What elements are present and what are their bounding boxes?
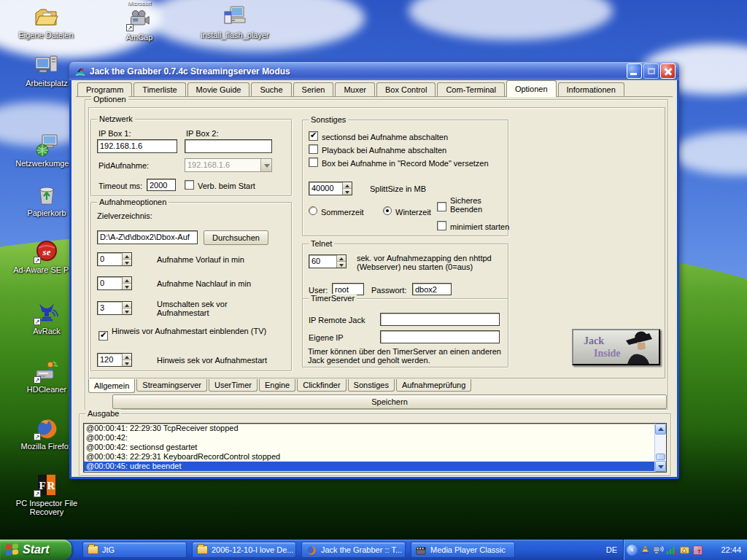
pidaufnahme-label: PidAufnahme:: [98, 161, 149, 170]
dropdown-arrow-icon[interactable]: [260, 159, 271, 171]
spin-up-icon[interactable]: [123, 277, 131, 284]
tab-serien[interactable]: Serien: [293, 82, 334, 97]
record-mode-checkbox[interactable]: [309, 158, 318, 167]
desktop-icon-install-flash-player[interactable]: install_flash_player: [196, 4, 274, 39]
sommerzeit-radio[interactable]: [309, 206, 317, 215]
scrollbar-thumb[interactable]: [656, 454, 665, 460]
log-line[interactable]: @00:00:42: sectionsd gestartet: [84, 443, 666, 452]
zielverzeichnis-input[interactable]: D:\A-Z\d\dbox2\Dbox-Auf: [97, 230, 198, 244]
log-line[interactable]: @00:00:43: 22:29:31 KeyboardRecordContro…: [84, 452, 666, 462]
spin-down-icon[interactable]: [123, 308, 131, 314]
tray-chevron-left-icon[interactable]: ‹: [627, 545, 638, 556]
spin-up-icon[interactable]: [337, 255, 346, 262]
computer-icon: [34, 52, 60, 77]
nachlauf-spinner[interactable]: 0: [97, 276, 132, 290]
tab-suche[interactable]: Suche: [251, 82, 291, 97]
subtab-usertimer[interactable]: UserTimer: [209, 379, 258, 392]
tab-informationen[interactable]: Informationen: [558, 82, 624, 97]
subtab-aufnahmepruefung[interactable]: Aufnahmeprüfung: [396, 379, 471, 392]
hinweis-einblenden-checkbox[interactable]: [98, 331, 108, 341]
ip-box1-input[interactable]: 192.168.1.6: [97, 139, 177, 153]
umschalten-spinner[interactable]: 3: [97, 301, 132, 315]
subtab-streamingserver[interactable]: Streamingserver: [136, 379, 207, 392]
vorlauf-spinner[interactable]: 0: [97, 252, 132, 266]
spin-up-icon[interactable]: [123, 302, 131, 308]
spin-down-icon[interactable]: [337, 262, 346, 268]
scroll-up-icon[interactable]: [655, 424, 666, 435]
app-icon: [74, 66, 87, 77]
sectionsd-label: sectionsd bei Aufnahme abschalten: [322, 133, 448, 141]
tab-optionen[interactable]: Optionen: [506, 80, 557, 97]
pidaufnahme-combo[interactable]: 192.168.1.6: [185, 158, 272, 172]
subtab-engine[interactable]: Engine: [259, 379, 295, 392]
task-label: Jack the Grabber :: T...: [321, 545, 402, 554]
tab-muxer[interactable]: Muxer: [335, 82, 375, 97]
installer-icon: [222, 4, 248, 29]
durchsuchen-button[interactable]: Durchsuchen: [204, 230, 268, 245]
tab-movie-guide[interactable]: Movie Guide: [187, 82, 250, 97]
telnet-spinner[interactable]: 60: [309, 254, 347, 268]
spin-down-icon[interactable]: [123, 360, 131, 366]
desktop-icon-arbeitsplatz[interactable]: Arbeitsplatz: [17, 52, 77, 88]
taskbar-clock[interactable]: 22:44: [721, 545, 741, 554]
ad-aware-icon: se ↗: [34, 239, 60, 264]
tray-signal-bars-icon[interactable]: [666, 545, 677, 556]
playback-checkbox[interactable]: [309, 144, 318, 154]
log-line[interactable]: @00:00:45: udrec beendet: [84, 462, 666, 471]
sectionsd-checkbox[interactable]: [309, 131, 318, 141]
hinweis-sek-value: 120: [100, 355, 113, 364]
speichern-button[interactable]: Speichern: [112, 394, 667, 409]
taskbar-item-2006-12-10[interactable]: 2006-12-10-I love De...: [192, 542, 296, 558]
scroll-down-icon[interactable]: [655, 461, 666, 472]
subtab-sonstiges[interactable]: Sonstiges: [348, 379, 395, 392]
passwort-input[interactable]: dbox2: [412, 283, 452, 295]
start-button[interactable]: Start: [0, 540, 71, 560]
spin-down-icon[interactable]: [343, 189, 352, 195]
sonstiges-groupbox: Sonstiges sectionsd bei Aufnahme abschal…: [302, 120, 508, 236]
minimize-button[interactable]: [627, 63, 642, 79]
maximize-button[interactable]: [643, 63, 659, 79]
tab-box-control[interactable]: Box Control: [376, 82, 436, 97]
spin-down-icon[interactable]: [123, 260, 131, 265]
log-line[interactable]: @00:00:41: 22:29:30 TcpReceiver stopped: [84, 424, 666, 433]
spin-down-icon[interactable]: [123, 284, 131, 289]
spin-up-icon[interactable]: [123, 354, 131, 360]
sicheres-beenden-label: Sicheres Beenden: [450, 196, 494, 214]
output-log-list[interactable]: @00:00:41: 22:29:30 TcpReceiver stopped …: [83, 423, 667, 472]
splittsize-spinner[interactable]: 40000: [309, 182, 352, 195]
tray-wizard-hat-icon[interactable]: [640, 545, 651, 556]
desktop-icon-avrack[interactable]: ↗ AvRack: [17, 300, 77, 335]
subtab-clickfinder[interactable]: Clickfinder: [297, 379, 346, 392]
minimiert-starten-checkbox[interactable]: [437, 221, 446, 230]
ip-box2-input[interactable]: [185, 139, 272, 153]
desktop-icon-eigene-dateien[interactable]: Eigene Dateien: [16, 4, 76, 39]
ip-remote-jack-input[interactable]: [380, 313, 500, 326]
tray-letter-t-icon[interactable]: T: [692, 545, 703, 556]
titlebar[interactable]: Jack the Grabber 0.7.4c Streamingserver …: [69, 62, 679, 80]
tab-timerliste[interactable]: Timerliste: [133, 82, 185, 97]
spin-up-icon[interactable]: [123, 253, 131, 260]
eigene-ip-input[interactable]: [380, 330, 500, 343]
tray-monitor-signal-icon[interactable]: [653, 545, 664, 556]
hinweis-sek-spinner[interactable]: 120: [97, 353, 132, 367]
tab-com-terminal[interactable]: Com-Terminal: [437, 82, 504, 97]
desktop-icon-pc-inspector[interactable]: FR ↗ PC Inspector File Recovery: [9, 472, 84, 516]
timeout-input[interactable]: 2000: [147, 179, 176, 191]
sicheres-beenden-checkbox[interactable]: [437, 202, 446, 211]
verb-beim-start-checkbox[interactable]: [185, 180, 194, 190]
log-scrollbar[interactable]: [654, 424, 666, 472]
close-button[interactable]: [660, 63, 676, 79]
tray-sound-card-icon[interactable]: [679, 545, 690, 556]
subtab-allgemein[interactable]: Allgemein: [88, 379, 135, 393]
taskbar-item-jack-the-grabber[interactable]: Jack the Grabber :: T...: [301, 542, 406, 558]
spin-up-icon[interactable]: [343, 182, 352, 189]
language-indicator[interactable]: DE: [606, 540, 617, 560]
taskbar-item-media-player-classic[interactable]: Media Player Classic: [411, 542, 515, 558]
desktop-icon-amcap[interactable]: Microsoft ↗ AmCap: [114, 1, 165, 42]
log-line[interactable]: @00:00:42:: [84, 433, 666, 443]
taskbar-item-jtg[interactable]: JtG: [82, 542, 187, 558]
desktop-icon-papierkorb[interactable]: Papierkorb: [17, 182, 77, 217]
winterzeit-radio[interactable]: [383, 206, 392, 215]
task-label: 2006-12-10-I love De...: [212, 545, 294, 554]
desktop-icon-hdcleaner[interactable]: ↗ HDCleaner: [17, 359, 77, 394]
